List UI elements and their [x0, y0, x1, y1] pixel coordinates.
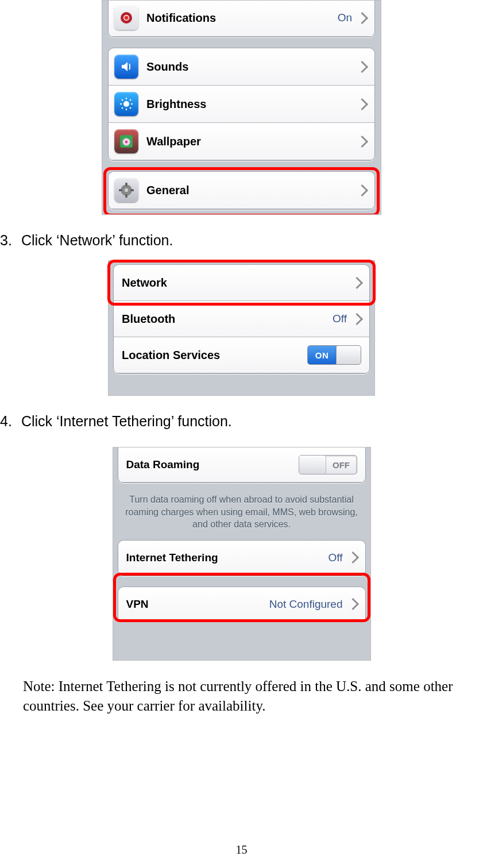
sounds-icon — [114, 55, 138, 79]
row-label: Data Roaming — [126, 458, 299, 471]
svg-point-3 — [123, 101, 129, 107]
toggle-on-label: ON — [308, 346, 336, 364]
svg-point-14 — [125, 141, 127, 143]
row-label: Bluetooth — [122, 313, 333, 326]
step-4: 4. Click ‘Internet Tethering’ function. — [0, 413, 483, 430]
chevron-right-icon — [356, 184, 368, 196]
wallpaper-icon — [114, 129, 138, 153]
toggle-knob — [336, 346, 361, 364]
chevron-right-icon — [346, 598, 358, 610]
page-number: 15 — [0, 843, 483, 857]
general-panel: Network Bluetooth Off Location Services … — [108, 260, 375, 396]
chevron-right-icon — [356, 11, 368, 24]
svg-point-16 — [125, 188, 129, 192]
row-value: Not Configured — [269, 598, 343, 611]
step-3: 3. Click ‘Network’ function. — [0, 232, 483, 249]
network-panel: Data Roaming OFF Turn data roaming off w… — [113, 447, 371, 661]
chevron-right-icon — [346, 551, 358, 564]
row-location-services[interactable]: Location Services ON — [114, 337, 369, 373]
row-label: Location Services — [122, 349, 307, 362]
data-roaming-toggle[interactable]: OFF — [299, 455, 357, 474]
chevron-right-icon — [356, 60, 368, 72]
row-label: Brightness — [146, 98, 358, 111]
svg-line-10 — [122, 107, 123, 109]
toggle-knob — [299, 456, 326, 474]
row-label: General — [146, 184, 358, 197]
chevron-right-icon — [351, 276, 363, 288]
svg-line-8 — [122, 99, 123, 101]
row-internet-tethering[interactable]: Internet Tethering Off — [118, 541, 365, 576]
row-value: On — [338, 11, 352, 24]
row-label: VPN — [126, 598, 269, 611]
helper-text: Turn data roaming off when abroad to avo… — [113, 483, 370, 540]
step-number: 4. — [0, 413, 17, 430]
chevron-right-icon — [356, 98, 368, 110]
location-toggle[interactable]: ON — [307, 345, 361, 365]
svg-line-9 — [130, 107, 131, 109]
row-general[interactable]: General — [109, 172, 374, 209]
row-label: Network — [122, 276, 353, 290]
svg-point-2 — [125, 16, 129, 20]
row-label: Notifications — [146, 11, 338, 25]
row-value: Off — [333, 313, 347, 325]
notifications-icon — [114, 6, 138, 30]
brightness-icon — [114, 92, 138, 116]
toggle-off-label: OFF — [326, 456, 357, 474]
step-text: Click ‘Internet Tethering’ function. — [21, 413, 232, 429]
row-vpn[interactable]: VPN Not Configured — [118, 587, 365, 622]
row-data-roaming[interactable]: Data Roaming OFF — [118, 447, 365, 483]
row-value: Off — [329, 551, 343, 564]
chevron-right-icon — [356, 135, 368, 147]
step-text: Click ‘Network’ function. — [21, 232, 173, 248]
row-notifications[interactable]: Notifications On — [109, 0, 374, 37]
row-label: Wallpaper — [146, 135, 358, 148]
row-brightness[interactable]: Brightness — [109, 86, 374, 123]
settings-panel: Notifications On Sounds Brightness Wallp… — [102, 0, 381, 215]
step-number: 3. — [0, 232, 17, 249]
general-icon — [114, 178, 138, 202]
row-label: Internet Tethering — [126, 551, 329, 564]
note-text: Note: Internet Tethering is not currentl… — [23, 677, 460, 716]
svg-line-11 — [130, 99, 131, 101]
row-wallpaper[interactable]: Wallpaper — [109, 123, 374, 160]
row-network[interactable]: Network — [114, 265, 369, 301]
row-bluetooth[interactable]: Bluetooth Off — [114, 301, 369, 337]
row-label: Sounds — [146, 60, 358, 74]
row-sounds[interactable]: Sounds — [109, 48, 374, 86]
chevron-right-icon — [351, 313, 363, 325]
